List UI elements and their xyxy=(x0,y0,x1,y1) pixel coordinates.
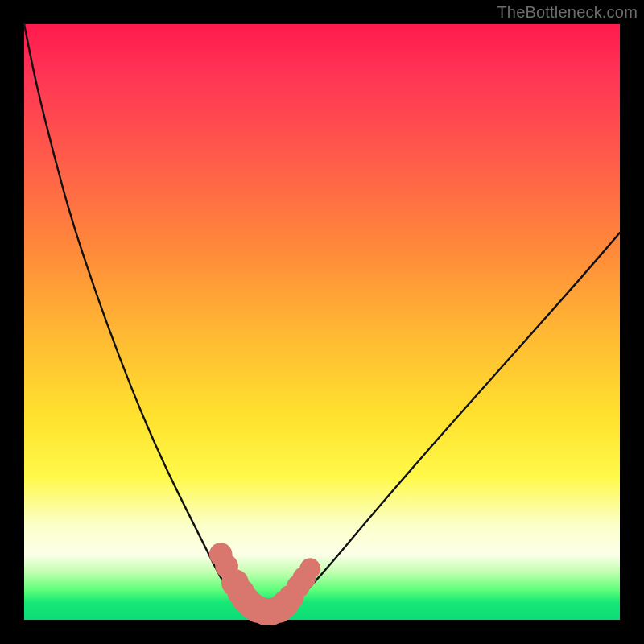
marker-cluster xyxy=(209,543,320,625)
bottleneck-curve xyxy=(24,24,620,615)
curve-layer xyxy=(24,24,620,620)
marker-dot xyxy=(299,558,320,579)
outer-black-frame: TheBottleneck.com xyxy=(0,0,644,644)
gradient-plot-area xyxy=(24,24,620,620)
v-curve-path xyxy=(24,24,620,615)
watermark-text: TheBottleneck.com xyxy=(497,3,638,22)
